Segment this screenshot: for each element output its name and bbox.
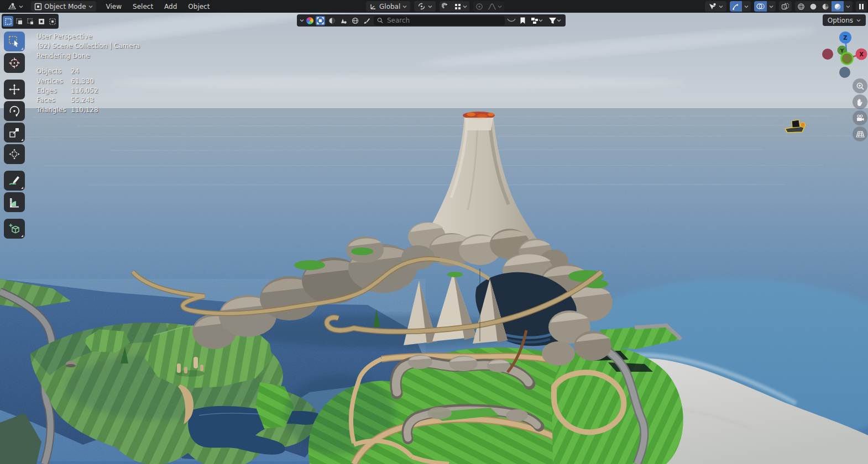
show-gizmo-toggle[interactable] <box>730 1 742 12</box>
proportional-edit-toggle[interactable] <box>473 1 485 12</box>
chevron-down-icon <box>538 19 543 22</box>
chevron-down-icon <box>498 5 502 8</box>
blender-window: Object Mode View Select Add Object Globa… <box>0 0 868 464</box>
display-mode-dropdown[interactable] <box>530 16 544 25</box>
visibility-icon <box>708 3 717 10</box>
snapping-group <box>440 1 469 12</box>
snap-increment-icon <box>454 3 462 10</box>
shading-rendered-button[interactable] <box>832 1 844 12</box>
select-mode-subtract[interactable] <box>25 16 35 27</box>
menu-view[interactable]: View <box>101 1 127 12</box>
search-field[interactable] <box>374 16 505 25</box>
snap-toggle[interactable] <box>440 1 452 12</box>
view-name: User Perspective <box>36 32 140 41</box>
select-mode-invert[interactable] <box>36 16 46 27</box>
options-label: Options <box>828 17 853 24</box>
gizmo-z-label: Z <box>843 35 847 41</box>
shading-mode-group <box>795 1 853 12</box>
overlays-group <box>754 1 776 12</box>
filter-meshes-toggle[interactable] <box>339 16 348 25</box>
chevron-down-icon <box>402 5 407 8</box>
tool-annotate[interactable] <box>4 171 25 191</box>
toggle-ortho-button[interactable] <box>853 126 867 141</box>
tool-cursor[interactable] <box>4 53 25 73</box>
overlays-icon <box>756 3 765 10</box>
pause-bars-icon <box>859 3 864 10</box>
chevron-down-icon <box>719 5 723 8</box>
stat-objects: Objects24 <box>36 67 140 76</box>
chevron-down-icon <box>744 5 749 8</box>
shading-dropdown[interactable] <box>844 1 853 12</box>
chevron-down-icon <box>846 5 850 8</box>
menu-select[interactable]: Select <box>127 1 159 12</box>
select-mode-intersect[interactable] <box>47 16 57 27</box>
gizmo-icon <box>732 3 740 10</box>
object-visibility-dropdown[interactable] <box>705 1 726 12</box>
shading-wireframe-button[interactable] <box>795 1 807 12</box>
collapse-chevron-icon[interactable] <box>300 19 304 22</box>
editor-edge-button[interactable] <box>856 1 867 12</box>
pan-hand-button[interactable] <box>853 94 867 109</box>
show-overlays-toggle[interactable] <box>754 1 767 12</box>
stat-edges: Edges116,052 <box>36 86 140 96</box>
catalog-color-icon[interactable] <box>306 17 313 24</box>
shading-material-button[interactable] <box>819 1 832 12</box>
xray-icon <box>781 3 789 10</box>
transform-orientation-dropdown[interactable]: Global <box>366 1 410 12</box>
pivot-point-dropdown[interactable] <box>414 1 436 12</box>
shading-solid-button[interactable] <box>807 1 819 12</box>
filter-brushes-toggle[interactable] <box>362 16 372 25</box>
chevron-down-icon <box>463 5 467 8</box>
viewport-side-controls <box>853 78 867 141</box>
gizmo-y-negative[interactable] <box>841 53 853 65</box>
select-mode-options <box>2 14 59 29</box>
menu-object[interactable]: Object <box>182 1 215 12</box>
tool-measure[interactable] <box>4 192 25 212</box>
zoom-button[interactable] <box>853 78 867 93</box>
chevron-down-icon <box>428 5 432 8</box>
tool-select-box[interactable] <box>4 31 25 51</box>
tool-add-cube[interactable] <box>4 219 25 239</box>
gizmos-group <box>730 1 751 12</box>
gizmo-dropdown[interactable] <box>742 1 751 12</box>
tool-move[interactable] <box>4 80 25 99</box>
active-context: (92) Scene Collection | Camera <box>36 41 140 51</box>
editor-type-button[interactable] <box>4 1 27 12</box>
navigation-gizmo[interactable]: Y Z X <box>819 29 868 84</box>
proportional-circle-icon <box>475 3 483 10</box>
xray-toggle[interactable] <box>779 1 792 12</box>
viewport-header: Object Mode View Select Add Object Globa… <box>0 0 868 13</box>
chevron-down-icon <box>88 5 93 8</box>
wireframe-sphere-icon <box>797 3 805 10</box>
camera-view-button[interactable] <box>853 110 867 125</box>
options-dropdown[interactable]: Options <box>823 14 866 26</box>
select-mode-set[interactable] <box>3 16 13 27</box>
filter-worlds-toggle[interactable] <box>351 16 360 25</box>
search-input[interactable] <box>386 16 501 25</box>
chevron-down-icon <box>856 19 861 22</box>
bookmark-toggle[interactable] <box>518 16 527 25</box>
filter-objects-toggle[interactable] <box>316 16 325 25</box>
filter-materials-toggle[interactable] <box>327 16 337 25</box>
select-mode-extend[interactable] <box>14 16 24 27</box>
search-icon <box>377 17 383 24</box>
gizmo-z-negative[interactable] <box>839 67 850 78</box>
chevron-down-icon <box>769 5 773 8</box>
tool-transform[interactable] <box>4 144 25 164</box>
mode-dropdown[interactable]: Object Mode <box>31 1 96 12</box>
overlays-dropdown[interactable] <box>767 1 776 12</box>
tool-scale[interactable] <box>4 123 25 143</box>
stat-faces: Faces55,243 <box>36 96 140 105</box>
chevron-down-icon <box>19 5 23 8</box>
wide-chevron-icon[interactable] <box>507 18 516 23</box>
gizmo-x-negative[interactable] <box>822 49 833 60</box>
pivot-icon <box>417 2 426 10</box>
object-mode-icon <box>34 3 42 10</box>
snap-with-dropdown[interactable] <box>452 1 469 12</box>
tool-shelf <box>4 31 25 240</box>
scene-statistics: Objects24 Vertices61,330 Edges116,052 Fa… <box>36 67 140 115</box>
proportional-falloff-dropdown[interactable] <box>485 1 504 12</box>
filter-dropdown[interactable] <box>546 16 563 25</box>
menu-add[interactable]: Add <box>159 1 182 12</box>
tool-rotate[interactable] <box>4 101 25 121</box>
